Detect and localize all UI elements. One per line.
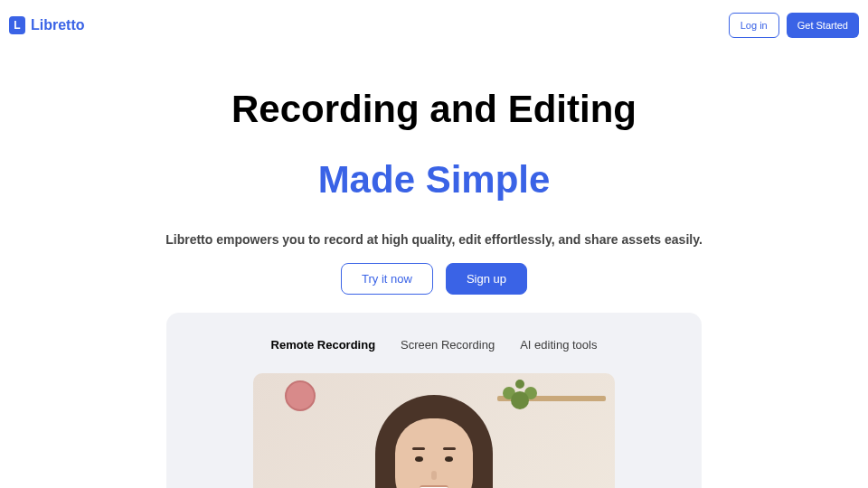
- sign-up-button[interactable]: Sign up: [446, 263, 527, 295]
- get-started-button[interactable]: Get Started: [787, 13, 859, 38]
- logo-text: Libretto: [31, 17, 85, 33]
- logo[interactable]: L Libretto: [9, 16, 85, 34]
- tab-remote-recording[interactable]: Remote Recording: [271, 338, 376, 352]
- logo-icon: L: [9, 16, 25, 34]
- hero-title-line2: Made Simple: [0, 157, 868, 202]
- try-it-now-button[interactable]: Try it now: [341, 263, 433, 295]
- hero-actions: Try it now Sign up: [0, 263, 868, 295]
- hero-subtitle: Libretto empowers you to record at high …: [0, 232, 868, 247]
- hero-section: Recording and Editing Made Simple Libret…: [0, 51, 868, 295]
- login-button[interactable]: Log in: [729, 13, 779, 38]
- header: L Libretto Log in Get Started: [0, 0, 868, 51]
- feature-panel: Remote Recording Screen Recording AI edi…: [166, 313, 702, 488]
- header-actions: Log in Get Started: [729, 13, 859, 38]
- hero-title-line1: Recording and Editing: [0, 87, 868, 132]
- feature-preview-image: [253, 373, 615, 488]
- feature-tabs: Remote Recording Screen Recording AI edi…: [166, 338, 702, 352]
- tab-ai-editing-tools[interactable]: AI editing tools: [520, 338, 597, 352]
- tab-screen-recording[interactable]: Screen Recording: [401, 338, 495, 352]
